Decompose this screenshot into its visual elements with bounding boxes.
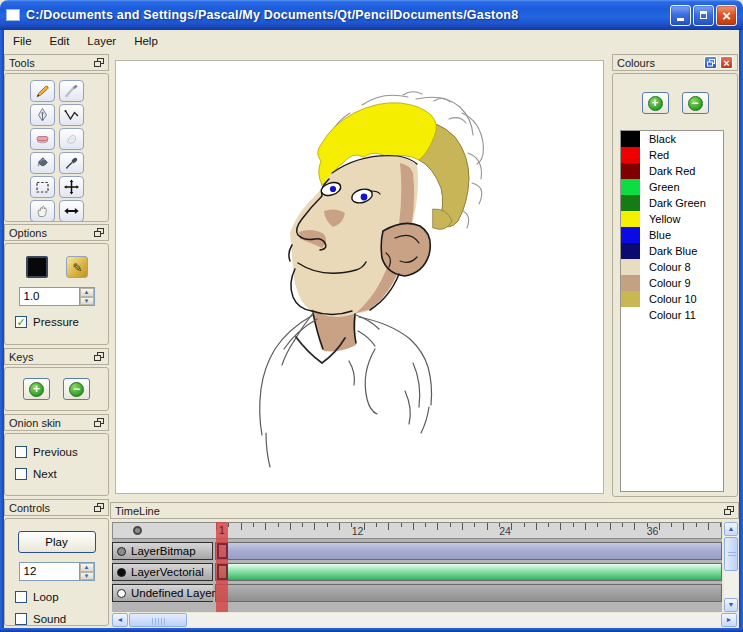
add-colour-button[interactable]: + (642, 92, 669, 114)
colour-row-colour-11[interactable]: Colour 11 (621, 307, 723, 323)
menu-item-help[interactable]: Help (125, 32, 167, 50)
timeline-ruler[interactable]: 122436 (112, 522, 722, 539)
ruler-tick (560, 523, 561, 530)
float-panel-icon[interactable] (724, 506, 734, 515)
layer-visibility-icon[interactable] (117, 547, 126, 556)
scroll-right-icon[interactable]: ► (721, 613, 737, 627)
colour-row-black[interactable]: Black (621, 131, 723, 147)
title-bar[interactable]: C:/Documents and Settings/Pascal/My Docu… (0, 0, 743, 30)
colour-row-colour-9[interactable]: Colour 9 (621, 275, 723, 291)
scroll-up-icon[interactable]: ▲ (724, 522, 738, 536)
tool-select-button[interactable] (30, 176, 55, 198)
colour-name: Green (640, 179, 680, 195)
colour-row-yellow[interactable]: Yellow (621, 211, 723, 227)
tool-pencil-button[interactable] (30, 80, 55, 102)
menu-item-edit[interactable]: Edit (41, 32, 79, 50)
remove-key-button[interactable]: − (63, 378, 90, 400)
tool-hand-button[interactable] (30, 200, 55, 222)
colour-swatch[interactable] (621, 227, 640, 243)
tool-eyedropper-button[interactable] (59, 152, 84, 174)
maximize-button[interactable] (693, 5, 714, 26)
float-panel-icon[interactable] (94, 418, 104, 427)
colour-swatch[interactable] (621, 147, 640, 163)
fps-spinbox[interactable]: 12 ▲ ▼ (19, 562, 95, 581)
minimize-button[interactable] (670, 5, 691, 26)
spin-up-icon[interactable]: ▲ (80, 288, 94, 297)
ruler-tick (425, 523, 426, 527)
float-panel-icon[interactable] (94, 228, 104, 237)
scroll-down-icon[interactable]: ▼ (724, 598, 738, 612)
menu-item-file[interactable]: File (4, 32, 41, 50)
layer-visibility-icon[interactable] (117, 589, 126, 598)
colour-swatch[interactable] (621, 163, 640, 179)
spin-up-icon[interactable]: ▲ (80, 563, 94, 572)
spin-down-icon[interactable]: ▼ (80, 572, 94, 581)
close-button[interactable]: × (716, 5, 737, 26)
current-colour-swatch[interactable] (26, 256, 48, 278)
pencil-style-swatch[interactable]: ✎ (66, 256, 88, 278)
colour-swatch[interactable] (621, 307, 640, 323)
key-frame-cell[interactable] (217, 543, 228, 559)
layer-label-undefined-layer[interactable]: Undefined Layer (112, 584, 213, 602)
float-panel-icon[interactable] (94, 58, 104, 67)
vertical-scrollbar-thumb[interactable] (724, 537, 738, 571)
tool-pen-button[interactable] (59, 80, 84, 102)
key-frame-cell[interactable] (217, 564, 228, 580)
colour-swatch[interactable] (621, 195, 640, 211)
colour-swatch[interactable] (621, 275, 640, 291)
timeline-vertical-scrollbar[interactable]: ▲ ▼ (724, 522, 738, 612)
remove-colour-button[interactable]: − (682, 92, 709, 114)
colour-row-red[interactable]: Red (621, 147, 723, 163)
drawing-canvas[interactable] (115, 60, 604, 494)
colour-swatch[interactable] (621, 179, 640, 195)
float-panel-icon[interactable] (94, 503, 104, 512)
colour-swatch[interactable] (621, 291, 640, 307)
colour-row-dark-blue[interactable]: Dark Blue (621, 243, 723, 259)
colour-row-blue[interactable]: Blue (621, 227, 723, 243)
tool-flip-horizontal-button[interactable] (59, 200, 84, 222)
select-icon (34, 179, 51, 195)
colour-swatch[interactable] (621, 243, 640, 259)
tool-move-button[interactable] (59, 176, 84, 198)
layer-visibility-icon[interactable] (117, 568, 126, 577)
next-checkbox[interactable] (15, 468, 27, 480)
horizontal-scrollbar-thumb[interactable] (129, 613, 187, 627)
close-panel-button[interactable]: × (720, 56, 733, 69)
colour-row-colour-10[interactable]: Colour 10 (621, 291, 723, 307)
layer-track-layerbitmap[interactable] (215, 542, 722, 560)
float-panel-button[interactable] (704, 56, 717, 69)
add-key-button[interactable]: + (23, 378, 50, 400)
tools-panel-titlebar: Tools (4, 54, 109, 71)
layer-label-layerbitmap[interactable]: LayerBitmap (112, 542, 213, 560)
canvas-area (110, 52, 608, 500)
tool-bucket-button[interactable] (30, 152, 55, 174)
layer-name: LayerBitmap (131, 545, 196, 557)
colour-swatch[interactable] (621, 211, 640, 227)
tool-eraser-button[interactable] (30, 128, 55, 150)
layer-track-undefined-layer[interactable] (215, 584, 722, 602)
colour-swatch[interactable] (621, 259, 640, 275)
tool-polyline-button[interactable] (59, 104, 84, 126)
layer-label-layervectorial[interactable]: LayerVectorial (112, 563, 213, 581)
sound-checkbox[interactable] (15, 613, 27, 625)
colour-row-dark-red[interactable]: Dark Red (621, 163, 723, 179)
layer-track-layervectorial[interactable] (215, 563, 722, 581)
menu-item-layer[interactable]: Layer (78, 32, 125, 50)
timeline-horizontal-scrollbar[interactable]: ◄ ► (112, 613, 737, 627)
play-button[interactable]: Play (18, 531, 96, 553)
tool-vector-pen-button[interactable] (30, 104, 55, 126)
colour-swatch[interactable] (621, 131, 640, 147)
hand-icon (34, 203, 51, 219)
pressure-checkbox[interactable]: ✓ (15, 316, 27, 328)
stroke-width-spinbox[interactable]: 1.0 ▲ ▼ (19, 287, 95, 306)
float-panel-icon[interactable] (94, 352, 104, 361)
previous-checkbox[interactable] (15, 446, 27, 458)
colour-row-dark-green[interactable]: Dark Green (621, 195, 723, 211)
colour-row-green[interactable]: Green (621, 179, 723, 195)
colour-row-colour-8[interactable]: Colour 8 (621, 259, 723, 275)
loop-checkbox[interactable] (15, 591, 27, 603)
spin-down-icon[interactable]: ▼ (80, 297, 94, 306)
tool-smudge-button[interactable] (59, 128, 84, 150)
scroll-left-icon[interactable]: ◄ (112, 613, 128, 627)
ruler-knob-icon[interactable] (133, 526, 142, 535)
